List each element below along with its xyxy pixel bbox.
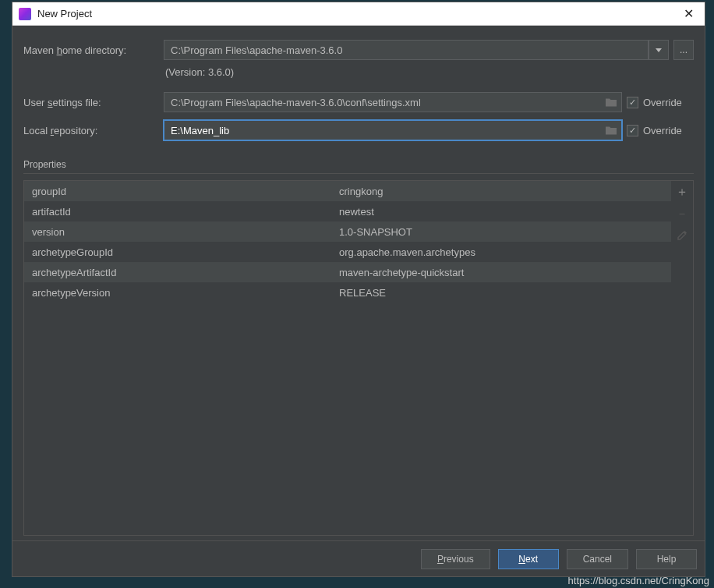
local-repo-label: Local repository: (23, 125, 164, 136)
override-repo-checkbox[interactable]: ✓ Override (627, 125, 694, 136)
property-key: archetypeVersion (24, 287, 336, 299)
next-button[interactable]: NextNext (498, 549, 559, 569)
override-settings-checkbox[interactable]: ✓ Override (627, 97, 694, 108)
cancel-button[interactable]: Cancel (567, 549, 628, 569)
override-label: Override (643, 97, 682, 108)
table-row[interactable]: version1.0-SNAPSHOT (24, 221, 671, 242)
property-value: RELEASE (336, 287, 671, 299)
new-project-dialog: New Project ✕ Maven home directory: ... … (12, 2, 705, 577)
user-settings-input[interactable] (164, 92, 622, 112)
local-repo-input[interactable] (164, 120, 622, 140)
app-icon (19, 8, 31, 20)
window-title: New Project (37, 8, 679, 19)
property-value: maven-archetype-quickstart (336, 267, 671, 278)
table-row[interactable]: archetypeGroupIdorg.apache.maven.archety… (24, 242, 671, 262)
maven-home-browse-button[interactable]: ... (673, 40, 694, 60)
divider (23, 173, 694, 174)
table-row[interactable]: groupIdcringkong (24, 181, 671, 201)
add-property-button[interactable]: ＋ (674, 184, 690, 200)
property-value: newtest (336, 206, 671, 218)
maven-home-dropdown-icon[interactable] (649, 40, 669, 60)
previous-button[interactable]: PPreviousrevious (421, 549, 490, 569)
properties-section-title: Properties (23, 159, 694, 170)
folder-icon[interactable] (605, 97, 617, 108)
table-row[interactable]: archetypeArtifactIdmaven-archetype-quick… (24, 262, 671, 282)
maven-home-combo[interactable] (164, 40, 649, 60)
override-label: Override (643, 125, 682, 136)
remove-property-button[interactable]: － (674, 206, 690, 221)
table-row[interactable]: archetypeVersionRELEASE (24, 282, 671, 303)
folder-icon[interactable] (605, 126, 617, 136)
property-value: 1.0-SNAPSHOT (336, 226, 671, 238)
property-key: archetypeArtifactId (24, 267, 336, 278)
maven-version-text: (Version: 3.6.0) (23, 66, 694, 78)
property-value: cringkong (336, 186, 671, 197)
table-row[interactable]: artifactIdnewtest (24, 201, 671, 221)
edit-property-button[interactable] (674, 228, 690, 243)
property-value: org.apache.maven.archetypes (336, 246, 671, 258)
close-icon[interactable]: ✕ (679, 5, 698, 23)
properties-table: groupIdcringkongartifactIdnewtestversion… (23, 180, 694, 536)
user-settings-label: User settings file: (23, 97, 164, 108)
property-key: artifactId (24, 206, 336, 218)
help-button[interactable]: Help (636, 549, 697, 569)
maven-home-label: Maven home directory: (23, 44, 164, 56)
property-key: archetypeGroupId (24, 246, 336, 258)
titlebar[interactable]: New Project ✕ (12, 2, 705, 26)
table-toolbar: ＋ － (671, 181, 693, 535)
property-key: groupId (24, 186, 336, 197)
dialog-buttons: PPreviousrevious NextNext Cancel Help (12, 540, 705, 576)
property-key: version (24, 226, 336, 238)
